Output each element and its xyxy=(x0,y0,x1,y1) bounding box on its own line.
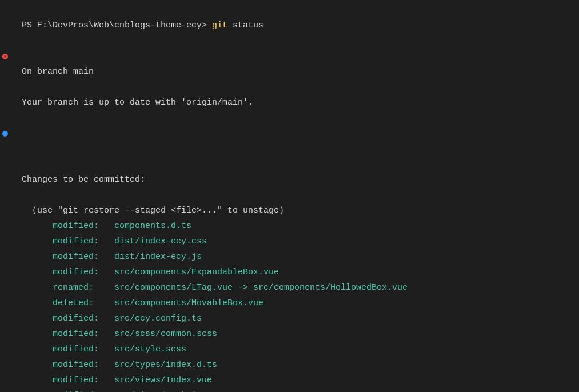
file-path: dist/index-ecy.css xyxy=(114,237,207,246)
file-status: modified: xyxy=(11,252,114,262)
file-path: src/ecy.config.ts xyxy=(114,314,202,323)
file-path: src/scss/common.scss xyxy=(114,329,217,339)
branch-line-2: Your branch is up to date with 'origin/m… xyxy=(0,79,579,110)
file-path: src/style.scss xyxy=(114,345,186,354)
file-status: modified: xyxy=(11,237,114,246)
file-status: modified: xyxy=(11,360,114,370)
file-entry: deleted: src/components/MovableBox.vue xyxy=(0,295,579,311)
file-entry: modified: components.d.ts xyxy=(0,218,579,234)
changes-hint: (use "git restore --staged <file>..." to… xyxy=(0,187,579,218)
file-entry: renamed: src/components/LTag.vue -> src/… xyxy=(0,280,579,295)
file-status: modified: xyxy=(11,375,114,385)
branch-line-1: ✕ On branch main xyxy=(0,33,579,79)
blank-line xyxy=(0,110,579,157)
prompt-suffix: > xyxy=(202,21,212,30)
file-status: modified: xyxy=(11,329,114,339)
file-path: components.d.ts xyxy=(114,221,191,231)
file-list: modified: components.d.ts modified: dist… xyxy=(0,218,579,392)
command-git: git xyxy=(212,21,227,30)
file-path: src/components/ExpandableBox.vue xyxy=(114,267,279,277)
file-entry: modified: src/ecy.config.ts xyxy=(0,311,579,326)
section-hint: (use "git restore --staged <file>..." to… xyxy=(22,206,284,215)
changes-header: Changes to be committed: xyxy=(0,157,579,187)
file-entry: modified: src/types/index.d.ts xyxy=(0,357,579,373)
file-status: deleted: xyxy=(11,298,114,308)
branch-text: On branch main xyxy=(22,67,94,77)
prompt-prefix: PS xyxy=(22,21,37,30)
section-title: Changes to be committed: xyxy=(22,175,145,185)
file-status: modified: xyxy=(11,221,114,231)
file-entry: modified: dist/index-ecy.js xyxy=(0,249,579,265)
error-icon: ✕ xyxy=(2,54,8,59)
file-entry: modified: src/views/Index.vue xyxy=(0,373,579,388)
file-path: src/views/Index.vue xyxy=(114,375,212,385)
file-entry: modified: src/scss/common.scss xyxy=(0,326,579,342)
file-path: src/components/LTag.vue -> src/component… xyxy=(114,283,408,293)
file-status: renamed: xyxy=(11,283,114,293)
prompt-path: E:\DevPros\Web\cnblogs-theme-ecy xyxy=(37,21,202,30)
file-status: modified: xyxy=(11,267,114,277)
file-entry: modified: src/components/ExpandableBox.v… xyxy=(0,265,579,280)
file-path: src/types/index.d.ts xyxy=(114,360,217,370)
info-icon xyxy=(2,131,8,137)
file-path: dist/index-ecy.js xyxy=(114,252,202,262)
file-status: modified: xyxy=(11,345,114,354)
command-args: status xyxy=(227,21,263,30)
file-path: src/components/MovableBox.vue xyxy=(114,298,263,308)
file-status: modified: xyxy=(11,314,114,323)
file-entry: modified: src/style.scss xyxy=(0,342,579,357)
file-entry: modified: src/views/MarkList.vue xyxy=(0,388,579,392)
prompt-line[interactable]: PS E:\DevPros\Web\cnblogs-theme-ecy> git… xyxy=(0,2,579,33)
branch-status-text: Your branch is up to date with 'origin/m… xyxy=(22,98,253,107)
file-entry: modified: dist/index-ecy.css xyxy=(0,234,579,249)
